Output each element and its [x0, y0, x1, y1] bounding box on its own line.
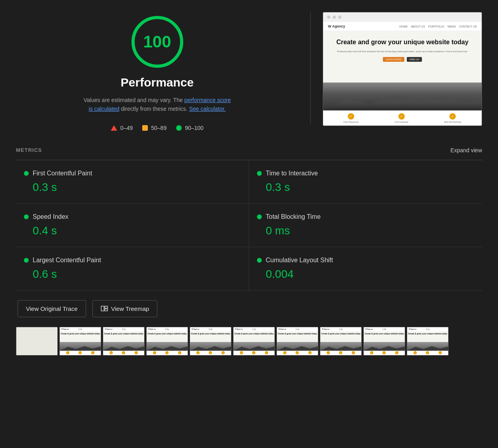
- metric-fcp-header: First Contentful Paint: [24, 170, 241, 177]
- thumbnail-3: 0.6s W Agency Create & grow your unique …: [146, 327, 188, 356]
- thumbnail-2: 0.5s W Agency Create & grow your unique …: [103, 327, 145, 356]
- legend-good-label: 90–100: [185, 125, 204, 131]
- svg-rect-2: [105, 309, 108, 311]
- thumb-mountain-7: [320, 342, 361, 351]
- score-circle: 100: [131, 16, 183, 68]
- check-icon-3: ✓: [449, 113, 456, 120]
- thumbnail-0: [16, 327, 58, 356]
- preview-hero: Create and grow your unique website toda…: [323, 31, 482, 83]
- expand-view-button[interactable]: Expand view: [451, 147, 482, 153]
- thumb-mountain-5: [233, 342, 274, 351]
- thumb-mountain-1: [60, 342, 101, 351]
- legend-good: 90–100: [176, 125, 204, 131]
- view-original-trace-button[interactable]: View Original Trace: [18, 300, 86, 317]
- metric-fcp-name: First Contentful Paint: [33, 170, 92, 177]
- thumb-check-8a: ✓: [370, 351, 373, 354]
- metric-lcp-header: Largest Contentful Paint: [24, 257, 241, 264]
- thumb-check-8b: ✓: [382, 351, 386, 354]
- thumb-time-9: 2.2s: [425, 328, 430, 330]
- nav-portfolio: PORTFOLIO: [428, 25, 444, 28]
- thumb-mountain-2: [103, 342, 144, 351]
- metric-fcp-status: [24, 171, 29, 176]
- thumb-check-2a: ✓: [110, 351, 113, 354]
- preview-buttons: LEARN MORE HIRE US: [329, 57, 475, 62]
- score-number: 100: [143, 32, 171, 51]
- metric-lcp-status: [24, 258, 29, 263]
- check-icon-2: ✓: [398, 113, 405, 120]
- thumb-inner-7: W Agency Create & grow your unique websi…: [320, 327, 361, 355]
- metric-fcp-value: 0.3 s: [24, 181, 241, 194]
- thumbnail-5: 1.0s W Agency Create & grow your unique …: [233, 327, 275, 356]
- legend-poor: 0–49: [111, 125, 133, 131]
- thumb-title-1: Create & grow your unique website today: [61, 332, 100, 335]
- preview-hero-desc: Professionally work full free template f…: [329, 50, 475, 53]
- metric-lcp: Largest Contentful Paint 0.6 s: [16, 247, 249, 291]
- thumb-title-4: Create & grow your unique website today: [191, 332, 230, 335]
- thumb-time-1: 0.3s: [78, 328, 83, 330]
- metric-cls: Cumulative Layout Shift 0.004: [249, 247, 482, 291]
- score-section: 100 Performance Values are estimated and…: [16, 12, 298, 131]
- thumb-check-1a: ✓: [66, 351, 69, 354]
- preview-check-1: ✓ Fully Responsive: [343, 113, 359, 123]
- treemap-icon: [101, 306, 108, 311]
- metric-lcp-name: Largest Contentful Paint: [33, 257, 101, 264]
- legend-poor-label: 0–49: [120, 125, 133, 131]
- preview-btn-learn: LEARN MORE: [383, 57, 404, 62]
- thumbnail-8: 1.9s W Agency Create & grow your unique …: [363, 327, 405, 356]
- thumb-footer-6: ✓ ✓ ✓: [277, 351, 318, 355]
- metric-cls-value: 0.004: [257, 268, 474, 281]
- thumb-logo-3: W Agency: [148, 328, 156, 330]
- thumb-mountain-9: [407, 342, 448, 351]
- thumbnail-1: 0.3s W Agency Create & grow your unique …: [59, 327, 101, 356]
- metric-tbt-name: Total Blocking Time: [266, 213, 321, 220]
- preview-nav: W Agency HOME ABOUT US PORTFOLIO NEWS CO…: [323, 22, 482, 31]
- thumb-inner-9: W Agency Create & grow your unique websi…: [407, 327, 448, 355]
- thumb-logo-8: W Agency: [365, 328, 373, 330]
- legend-row: 0–49 50–89 90–100: [111, 125, 204, 131]
- trace-button-label: View Original Trace: [26, 305, 78, 312]
- thumb-content-8: Create & grow your unique website today: [364, 331, 405, 341]
- thumb-time-8: 1.9s: [382, 328, 387, 330]
- main-container: 100 Performance Values are estimated and…: [0, 0, 498, 369]
- thumb-check-5a: ✓: [240, 351, 243, 354]
- thumb-content-2: Create & grow your unique website today: [103, 331, 144, 341]
- thumb-mountain-8: [364, 342, 405, 351]
- preview-footer: ✓ Fully Responsive ✓ Free Download ✓ Bui…: [323, 110, 482, 126]
- average-icon: [142, 125, 148, 131]
- preview-mountain-image: [323, 83, 482, 110]
- browser-dot-1: [327, 16, 330, 19]
- thumb-content-1: Create & grow your unique website today: [60, 331, 101, 341]
- thumb-mountain-3: [147, 342, 188, 351]
- poor-icon: [111, 125, 117, 131]
- thumb-title-3: Create & grow your unique website today: [147, 332, 186, 335]
- nav-news: NEWS: [447, 25, 456, 28]
- thumb-content-4: Create & grow your unique website today: [190, 331, 231, 341]
- legend-average-label: 50–89: [151, 125, 167, 131]
- metric-tbt-header: Total Blocking Time: [257, 213, 474, 220]
- thumb-check-4c: ✓: [222, 351, 225, 354]
- check-icon-1: ✓: [348, 113, 354, 120]
- calculator-link[interactable]: See calculator.: [189, 106, 226, 112]
- metric-tbt-value: 0 ms: [257, 224, 474, 237]
- thumb-content-9: Create & grow your unique website today: [407, 331, 448, 341]
- thumb-check-2b: ✓: [122, 351, 125, 354]
- thumb-title-9: Create & grow your unique website today: [408, 332, 447, 335]
- thumb-footer-9: ✓ ✓ ✓: [407, 351, 448, 355]
- thumb-time-2: 0.5s: [121, 328, 126, 330]
- thumb-check-1b: ✓: [78, 351, 82, 354]
- thumb-footer-3: ✓ ✓ ✓: [147, 351, 188, 355]
- thumb-content-7: Create & grow your unique website today: [320, 331, 361, 341]
- thumb-content-5: Create & grow your unique website today: [233, 331, 274, 341]
- preview-hero-title: Create and grow your unique website toda…: [329, 38, 475, 47]
- metric-cls-header: Cumulative Layout Shift: [257, 257, 474, 264]
- thumb-content-6: Create & grow your unique website today: [277, 331, 318, 341]
- thumb-check-9c: ✓: [439, 351, 442, 354]
- view-treemap-button[interactable]: View Treemap: [92, 300, 158, 317]
- metric-cls-name: Cumulative Layout Shift: [266, 257, 333, 264]
- check-label-2: Free Download: [395, 121, 408, 123]
- thumb-check-9b: ✓: [426, 351, 429, 354]
- thumb-logo-5: W Agency: [235, 328, 243, 330]
- metric-tti: Time to Interactive 0.3 s: [249, 160, 482, 204]
- thumb-mountain-6: [277, 342, 318, 351]
- thumb-mountain-4: [190, 342, 231, 351]
